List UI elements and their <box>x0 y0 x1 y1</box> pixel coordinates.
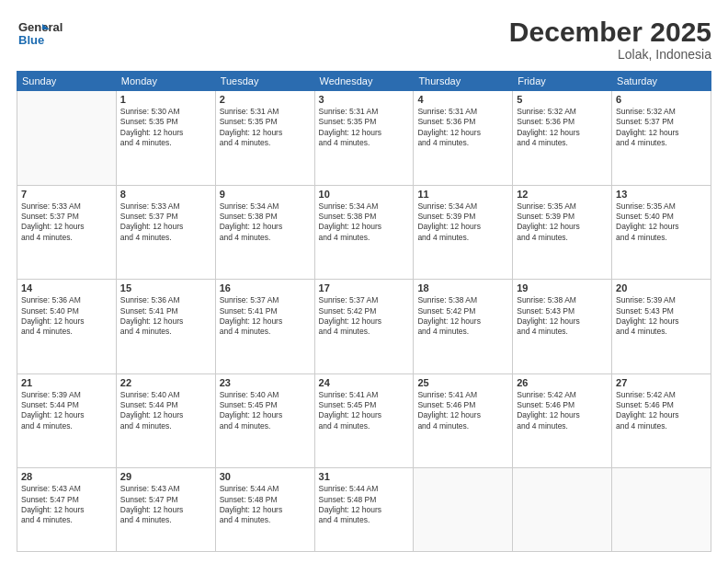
cell-content: Sunrise: 5:33 AMSunset: 5:37 PMDaylight:… <box>21 201 112 244</box>
day-number: 25 <box>417 377 508 388</box>
cell-content: Sunrise: 5:44 AMSunset: 5:48 PMDaylight:… <box>220 484 311 526</box>
table-row: 2Sunrise: 5:31 AMSunset: 5:35 PMDaylight… <box>215 91 314 186</box>
day-number: 1 <box>120 94 211 105</box>
cell-content: Sunrise: 5:42 AMSunset: 5:46 PMDaylight:… <box>517 390 608 432</box>
cell-content: Sunrise: 5:38 AMSunset: 5:43 PMDaylight:… <box>517 295 608 338</box>
table-row: 22Sunrise: 5:40 AMSunset: 5:44 PMDayligh… <box>116 373 215 468</box>
day-number: 21 <box>21 377 112 388</box>
table-row <box>612 468 711 552</box>
cell-content: Sunrise: 5:43 AMSunset: 5:47 PMDaylight:… <box>21 484 112 526</box>
cell-content: Sunrise: 5:31 AMSunset: 5:35 PMDaylight:… <box>319 107 410 149</box>
cell-content: Sunrise: 5:39 AMSunset: 5:43 PMDaylight:… <box>616 295 707 338</box>
cell-content: Sunrise: 5:31 AMSunset: 5:35 PMDaylight:… <box>220 107 311 149</box>
col-tuesday: Tuesday <box>215 72 314 91</box>
day-number: 20 <box>616 282 707 293</box>
logo: General Blue <box>17 17 81 50</box>
cell-content: Sunrise: 5:35 AMSunset: 5:39 PMDaylight:… <box>517 201 608 244</box>
day-number: 9 <box>220 189 311 200</box>
table-row: 20Sunrise: 5:39 AMSunset: 5:43 PMDayligh… <box>612 280 711 374</box>
table-row: 28Sunrise: 5:43 AMSunset: 5:47 PMDayligh… <box>17 468 117 552</box>
col-sunday: Sunday <box>17 72 117 91</box>
cell-content: Sunrise: 5:43 AMSunset: 5:47 PMDaylight:… <box>120 484 211 526</box>
table-row: 31Sunrise: 5:44 AMSunset: 5:48 PMDayligh… <box>314 468 414 552</box>
table-row <box>17 91 117 186</box>
col-thursday: Thursday <box>414 72 513 91</box>
page: General Blue December 2025 Lolak, Indone… <box>0 0 728 563</box>
day-number: 27 <box>616 377 707 388</box>
table-row: 25Sunrise: 5:41 AMSunset: 5:46 PMDayligh… <box>414 373 513 468</box>
table-row <box>513 468 612 552</box>
day-number: 2 <box>220 94 311 105</box>
table-row: 24Sunrise: 5:41 AMSunset: 5:45 PMDayligh… <box>314 373 414 468</box>
table-row: 19Sunrise: 5:38 AMSunset: 5:43 PMDayligh… <box>513 280 612 374</box>
day-number: 3 <box>319 94 410 105</box>
calendar: Sunday Monday Tuesday Wednesday Thursday… <box>17 71 711 552</box>
col-monday: Monday <box>116 72 215 91</box>
table-row: 23Sunrise: 5:40 AMSunset: 5:45 PMDayligh… <box>215 373 314 468</box>
calendar-header-row: Sunday Monday Tuesday Wednesday Thursday… <box>17 72 711 91</box>
cell-content: Sunrise: 5:37 AMSunset: 5:42 PMDaylight:… <box>319 295 410 338</box>
day-number: 12 <box>517 189 608 200</box>
table-row: 30Sunrise: 5:44 AMSunset: 5:48 PMDayligh… <box>215 468 314 552</box>
cell-content: Sunrise: 5:34 AMSunset: 5:38 PMDaylight:… <box>319 201 410 244</box>
cell-content: Sunrise: 5:36 AMSunset: 5:41 PMDaylight:… <box>120 295 211 338</box>
cell-content: Sunrise: 5:41 AMSunset: 5:45 PMDaylight:… <box>319 390 410 432</box>
cell-content: Sunrise: 5:42 AMSunset: 5:46 PMDaylight:… <box>616 390 707 432</box>
table-row: 29Sunrise: 5:43 AMSunset: 5:47 PMDayligh… <box>116 468 215 552</box>
table-row: 1Sunrise: 5:30 AMSunset: 5:35 PMDaylight… <box>116 91 215 186</box>
table-row: 6Sunrise: 5:32 AMSunset: 5:37 PMDaylight… <box>612 91 711 186</box>
cell-content: Sunrise: 5:41 AMSunset: 5:46 PMDaylight:… <box>417 390 508 432</box>
day-number: 6 <box>616 94 707 105</box>
cell-content: Sunrise: 5:34 AMSunset: 5:38 PMDaylight:… <box>220 201 311 244</box>
day-number: 24 <box>319 377 410 388</box>
table-row: 8Sunrise: 5:33 AMSunset: 5:37 PMDaylight… <box>116 185 215 280</box>
cell-content: Sunrise: 5:34 AMSunset: 5:39 PMDaylight:… <box>417 201 508 244</box>
table-row <box>414 468 513 552</box>
col-saturday: Saturday <box>612 72 711 91</box>
day-number: 7 <box>21 189 112 200</box>
table-row: 12Sunrise: 5:35 AMSunset: 5:39 PMDayligh… <box>513 185 612 280</box>
cell-content: Sunrise: 5:33 AMSunset: 5:37 PMDaylight:… <box>120 201 211 244</box>
day-number: 11 <box>417 189 508 200</box>
table-row: 16Sunrise: 5:37 AMSunset: 5:41 PMDayligh… <box>215 280 314 374</box>
month-title: December 2025 <box>509 17 711 47</box>
day-number: 17 <box>319 282 410 293</box>
svg-text:Blue: Blue <box>18 33 44 47</box>
table-row: 7Sunrise: 5:33 AMSunset: 5:37 PMDaylight… <box>17 185 117 280</box>
cell-content: Sunrise: 5:36 AMSunset: 5:40 PMDaylight:… <box>21 295 112 338</box>
cell-content: Sunrise: 5:35 AMSunset: 5:40 PMDaylight:… <box>616 201 707 244</box>
table-row: 10Sunrise: 5:34 AMSunset: 5:38 PMDayligh… <box>314 185 414 280</box>
table-row: 3Sunrise: 5:31 AMSunset: 5:35 PMDaylight… <box>314 91 414 186</box>
day-number: 16 <box>220 282 311 293</box>
day-number: 26 <box>517 377 608 388</box>
day-number: 13 <box>616 189 707 200</box>
header: General Blue December 2025 Lolak, Indone… <box>17 17 711 62</box>
table-row: 15Sunrise: 5:36 AMSunset: 5:41 PMDayligh… <box>116 280 215 374</box>
cell-content: Sunrise: 5:32 AMSunset: 5:36 PMDaylight:… <box>517 107 608 149</box>
day-number: 18 <box>417 282 508 293</box>
table-row: 18Sunrise: 5:38 AMSunset: 5:42 PMDayligh… <box>414 280 513 374</box>
day-number: 14 <box>21 282 112 293</box>
title-block: December 2025 Lolak, Indonesia <box>509 17 711 62</box>
svg-text:General: General <box>18 20 63 34</box>
day-number: 22 <box>120 377 211 388</box>
col-wednesday: Wednesday <box>314 72 414 91</box>
day-number: 29 <box>120 471 211 482</box>
table-row: 27Sunrise: 5:42 AMSunset: 5:46 PMDayligh… <box>612 373 711 468</box>
table-row: 13Sunrise: 5:35 AMSunset: 5:40 PMDayligh… <box>612 185 711 280</box>
table-row: 17Sunrise: 5:37 AMSunset: 5:42 PMDayligh… <box>314 280 414 374</box>
table-row: 5Sunrise: 5:32 AMSunset: 5:36 PMDaylight… <box>513 91 612 186</box>
day-number: 10 <box>319 189 410 200</box>
col-friday: Friday <box>513 72 612 91</box>
logo-icon: General Blue <box>17 17 81 50</box>
cell-content: Sunrise: 5:38 AMSunset: 5:42 PMDaylight:… <box>417 295 508 338</box>
cell-content: Sunrise: 5:30 AMSunset: 5:35 PMDaylight:… <box>120 107 211 149</box>
table-row: 9Sunrise: 5:34 AMSunset: 5:38 PMDaylight… <box>215 185 314 280</box>
cell-content: Sunrise: 5:39 AMSunset: 5:44 PMDaylight:… <box>21 390 112 432</box>
cell-content: Sunrise: 5:32 AMSunset: 5:37 PMDaylight:… <box>616 107 707 149</box>
day-number: 23 <box>220 377 311 388</box>
cell-content: Sunrise: 5:40 AMSunset: 5:45 PMDaylight:… <box>220 390 311 432</box>
day-number: 4 <box>417 94 508 105</box>
day-number: 31 <box>319 471 410 482</box>
day-number: 30 <box>220 471 311 482</box>
